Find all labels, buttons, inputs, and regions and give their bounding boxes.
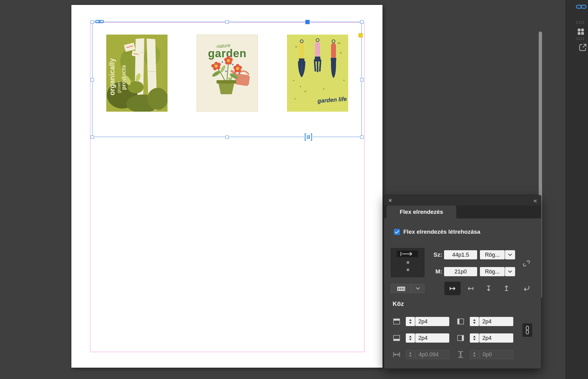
links-panel-icon[interactable]	[576, 4, 587, 10]
selection-handle-bl[interactable]	[91, 136, 94, 139]
h-space-stepper	[406, 350, 415, 359]
height-mode-dropdown[interactable]	[505, 267, 515, 276]
close-icon[interactable]: ×	[388, 195, 392, 206]
selection-handle-br[interactable]	[360, 136, 364, 139]
gap-left-input[interactable]: 2p4	[479, 317, 513, 326]
chevron-down-icon	[508, 269, 512, 273]
panel-tab-bar: Flex elrendezés	[384, 206, 541, 218]
selection-handle-bm[interactable]	[225, 136, 229, 139]
dock-grip[interactable]	[576, 37, 586, 40]
gap-right-icon	[456, 334, 465, 342]
flow-arrow-icon	[397, 251, 418, 257]
flex-layout-panel: × « Flex elrendezés Flex elrendezés létr…	[384, 195, 541, 369]
dock-grip[interactable]	[576, 21, 586, 24]
width-mode-dropdown[interactable]	[505, 250, 515, 259]
selection-handle-ml[interactable]	[91, 78, 94, 81]
tab-flex-layout[interactable]: Flex elrendezés	[386, 206, 456, 218]
width-input[interactable]: 44p1.5	[444, 250, 477, 259]
corner-editor-handle[interactable]	[359, 33, 363, 37]
wrap-toggle-icon[interactable]	[522, 284, 531, 293]
active-item-handle[interactable]	[305, 20, 310, 24]
flex-layout-badge-icon[interactable]	[304, 133, 313, 141]
h-space-input: 4p0.094	[415, 350, 449, 359]
preview-item-dot	[407, 261, 409, 264]
width-mode-select[interactable]: Rög...	[480, 250, 505, 259]
height-label: M:	[420, 267, 442, 276]
height-mode-select[interactable]: Rög...	[480, 267, 505, 276]
width-label: Sz:	[420, 250, 442, 259]
gap-bottom-stepper[interactable]	[406, 333, 415, 343]
selection-frame[interactable]	[92, 22, 362, 137]
selection-handle-tr[interactable]	[360, 20, 364, 24]
export-panel-icon[interactable]	[578, 43, 587, 52]
preview-item-dot	[407, 269, 409, 271]
flex-direction-down-button[interactable]: ↧	[481, 282, 497, 295]
gap-right-stepper[interactable]	[470, 333, 479, 343]
flex-direction-left-button[interactable]: ↤	[462, 282, 479, 295]
indesign-workspace: organically grown products nature garden	[0, 0, 588, 379]
chevron-down-icon	[416, 286, 420, 290]
flex-direction-up-button[interactable]: ↥	[498, 282, 514, 295]
gap-left-icon	[456, 317, 465, 326]
height-input[interactable]: 21p0	[444, 267, 477, 276]
chain-icon	[525, 325, 530, 335]
selection-handle-mr[interactable]	[360, 78, 364, 81]
create-flex-label: Flex elrendezés létrehozása	[403, 229, 480, 235]
gap-top-input[interactable]: 2p4	[415, 317, 449, 326]
linked-content-icon	[95, 19, 104, 24]
chevron-down-icon	[508, 252, 512, 256]
v-space-input: 0p0	[479, 350, 513, 359]
gap-bottom-icon	[392, 334, 401, 342]
panel-dock	[565, 0, 588, 379]
distribution-pattern-icon	[397, 286, 405, 291]
gap-top-icon	[392, 317, 401, 326]
layout-preview	[391, 248, 424, 277]
collapse-panel-icon[interactable]: «	[533, 195, 537, 206]
selection-handle-tl[interactable]	[91, 20, 94, 24]
distribution-select[interactable]	[391, 284, 411, 293]
distribution-dropdown[interactable]	[411, 284, 424, 293]
unlink-size-icon[interactable]	[522, 259, 530, 267]
gap-left-stepper[interactable]	[470, 317, 479, 326]
gap-right-input[interactable]: 2p4	[479, 333, 513, 343]
gap-heading: Köz	[393, 300, 404, 307]
pages-panel-icon[interactable]	[577, 28, 585, 36]
selection-handle-tm[interactable]	[225, 20, 229, 24]
gap-bottom-input[interactable]: 2p4	[415, 333, 449, 343]
gap-link-button[interactable]	[522, 323, 532, 337]
panel-header: × «	[384, 195, 541, 206]
create-flex-checkbox[interactable]	[394, 229, 400, 235]
vertical-space-icon	[456, 350, 465, 359]
flex-direction-right-button[interactable]: ↦	[444, 282, 461, 295]
gap-top-stepper[interactable]	[406, 317, 415, 326]
horizontal-space-icon	[392, 350, 401, 359]
v-space-stepper	[470, 350, 479, 359]
